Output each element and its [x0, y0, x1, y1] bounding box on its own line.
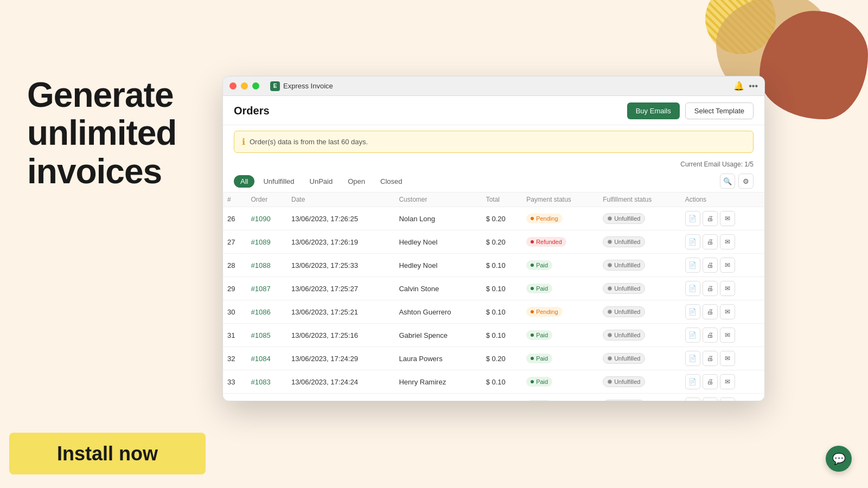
cell-customer: Chadwick Olsen [394, 394, 481, 401]
notice-text: Order(s) data is from the last 60 days. [250, 138, 368, 146]
cell-order: #1087 [247, 277, 288, 300]
cell-num: 29 [223, 277, 247, 300]
cell-date: 13/06/2023, 17:25:16 [287, 324, 394, 347]
tab-all[interactable]: All [234, 175, 254, 188]
cell-fulfillment: Unfulfilled [598, 230, 680, 254]
cell-actions: 📄 🖨 ✉ [681, 347, 764, 370]
cell-fulfillment: Unfulfilled [598, 324, 680, 347]
app-window: E Express Invoice 🔔 ••• Orders Buy Email… [222, 76, 765, 401]
action-document-button[interactable]: 📄 [685, 281, 700, 296]
headline: Generate unlimited invoices [27, 76, 222, 190]
table-row: 34 #1082 13/06/2023, 17:24:18 Chadwick O… [223, 394, 764, 401]
action-document-button[interactable]: 📄 [685, 304, 700, 319]
col-date: Date [287, 192, 394, 207]
cell-order: #1082 [247, 394, 288, 401]
notice-banner: ℹ Order(s) data is from the last 60 days… [234, 131, 754, 153]
action-email-button[interactable]: ✉ [720, 397, 735, 401]
action-email-button[interactable]: ✉ [720, 351, 735, 366]
cell-total: $ 0.10 [482, 300, 522, 324]
col-customer: Customer [394, 192, 481, 207]
cell-order: #1088 [247, 254, 288, 277]
cell-customer: Calvin Stone [394, 277, 481, 300]
table-row: 33 #1083 13/06/2023, 17:24:24 Henry Rami… [223, 370, 764, 394]
left-panel: Generate unlimited invoices [27, 76, 222, 190]
cell-order: #1084 [247, 347, 288, 370]
more-icon[interactable]: ••• [749, 81, 758, 91]
action-email-button[interactable]: ✉ [720, 258, 735, 273]
action-print-button[interactable]: 🖨 [703, 351, 718, 366]
action-email-button[interactable]: ✉ [720, 304, 735, 319]
action-print-button[interactable]: 🖨 [703, 397, 718, 401]
cell-fulfillment: Unfulfilled [598, 394, 680, 401]
tab-unpaid[interactable]: UnPaid [303, 175, 340, 188]
title-bar-right: 🔔 ••• [733, 81, 758, 91]
title-bar: E Express Invoice 🔔 ••• [223, 76, 764, 96]
action-document-button[interactable]: 📄 [685, 328, 700, 343]
action-document-button[interactable]: 📄 [685, 374, 700, 389]
tab-unfulfilled[interactable]: Unfulfilled [257, 175, 301, 188]
search-button[interactable]: 🔍 [720, 174, 735, 189]
cell-date: 13/06/2023, 17:24:29 [287, 347, 394, 370]
table-row: 29 #1087 13/06/2023, 17:25:27 Calvin Sto… [223, 277, 764, 300]
cell-total: $ 0.30 [482, 394, 522, 401]
action-email-button[interactable]: ✉ [720, 374, 735, 389]
cell-num: 33 [223, 370, 247, 394]
action-print-button[interactable]: 🖨 [703, 234, 718, 249]
action-print-button[interactable]: 🖨 [703, 304, 718, 319]
cell-total: $ 0.10 [482, 277, 522, 300]
col-order: Order [247, 192, 288, 207]
cell-date: 13/06/2023, 17:24:24 [287, 370, 394, 394]
action-print-button[interactable]: 🖨 [703, 281, 718, 296]
action-print-button[interactable]: 🖨 [703, 211, 718, 226]
action-document-button[interactable]: 📄 [685, 211, 700, 226]
cell-payment: Paid [522, 277, 598, 300]
cell-fulfillment: Unfulfilled [598, 207, 680, 230]
header-actions: Buy Emails Select Template [627, 102, 754, 119]
bell-icon[interactable]: 🔔 [733, 81, 744, 91]
col-fulfillment-status: Fulfillment status [598, 192, 680, 207]
install-now-button[interactable]: Install now [9, 433, 206, 474]
action-document-button[interactable]: 📄 [685, 258, 700, 273]
cell-customer: Henry Ramirez [394, 370, 481, 394]
cell-num: 27 [223, 230, 247, 254]
tab-open[interactable]: Open [341, 175, 372, 188]
cell-actions: 📄 🖨 ✉ [681, 254, 764, 277]
cell-payment: Pending [522, 207, 598, 230]
cell-date: 13/06/2023, 17:26:25 [287, 207, 394, 230]
action-print-button[interactable]: 🖨 [703, 258, 718, 273]
maximize-traffic-light[interactable] [252, 82, 259, 89]
action-document-button[interactable]: 📄 [685, 397, 700, 401]
action-print-button[interactable]: 🖨 [703, 328, 718, 343]
select-template-button[interactable]: Select Template [685, 102, 754, 119]
col-num: # [223, 192, 247, 207]
tab-closed[interactable]: Closed [374, 175, 409, 188]
filter-button[interactable]: ⚙ [738, 174, 754, 189]
cell-customer: Nolan Long [394, 207, 481, 230]
action-print-button[interactable]: 🖨 [703, 374, 718, 389]
buy-emails-button[interactable]: Buy Emails [627, 102, 680, 119]
close-traffic-light[interactable] [229, 82, 237, 89]
cell-fulfillment: Unfulfilled [598, 370, 680, 394]
cell-fulfillment: Unfulfilled [598, 277, 680, 300]
action-document-button[interactable]: 📄 [685, 351, 700, 366]
action-email-button[interactable]: ✉ [720, 281, 735, 296]
table-row: 32 #1084 13/06/2023, 17:24:29 Laura Powe… [223, 347, 764, 370]
cell-num: 26 [223, 207, 247, 230]
minimize-traffic-light[interactable] [241, 82, 248, 89]
chat-bubble[interactable]: 💬 [826, 446, 852, 472]
col-payment-status: Payment status [522, 192, 598, 207]
table-row: 31 #1085 13/06/2023, 17:25:16 Gabriel Sp… [223, 324, 764, 347]
table-row: 30 #1086 13/06/2023, 17:25:21 Ashton Gue… [223, 300, 764, 324]
cell-order: #1086 [247, 300, 288, 324]
action-document-button[interactable]: 📄 [685, 234, 700, 249]
cell-actions: 📄 🖨 ✉ [681, 370, 764, 394]
cell-customer: Ashton Guerrero [394, 300, 481, 324]
action-email-button[interactable]: ✉ [720, 234, 735, 249]
cell-customer: Gabriel Spence [394, 324, 481, 347]
orders-header: Orders Buy Emails Select Template [223, 96, 764, 125]
action-email-button[interactable]: ✉ [720, 211, 735, 226]
tab-search-area: 🔍 ⚙ [720, 174, 754, 189]
action-email-button[interactable]: ✉ [720, 328, 735, 343]
cell-num: 30 [223, 300, 247, 324]
headline-line1: Generate [27, 75, 173, 114]
